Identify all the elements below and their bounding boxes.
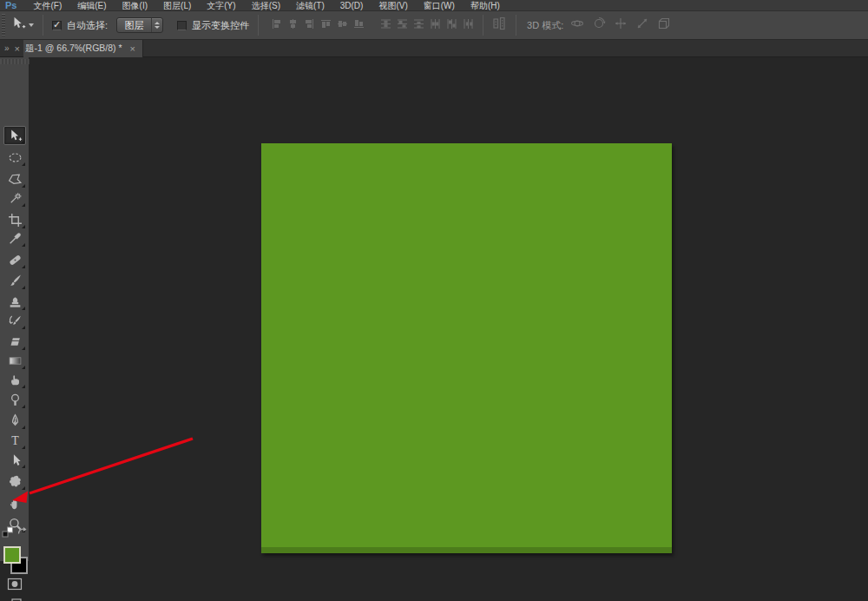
tool-type[interactable]: T [3,431,26,450]
tool-move[interactable] [3,126,26,145]
screen-mode-button[interactable] [6,597,23,601]
swap-colors-icon[interactable] [16,525,29,541]
tool-eraser[interactable] [3,332,26,351]
distribute-top-icon[interactable] [380,17,391,33]
align-vcenter-icon[interactable] [337,17,348,33]
align-bottom-icon[interactable] [353,17,365,33]
tab-bar-close-icon[interactable]: × [15,43,20,54]
tool-hand[interactable] [3,494,26,513]
tool-smudge[interactable] [3,370,26,389]
auto-select-option[interactable]: 自动选择: [52,19,108,32]
auto-select-label: 自动选择: [67,19,108,32]
tool-history-brush[interactable] [3,311,26,330]
distribute-hcenter-icon[interactable] [446,17,457,33]
menu-help[interactable]: 帮助(H) [463,0,508,11]
canvas-bottom-shadow [261,547,672,553]
tool-custom-shape[interactable] [3,472,26,491]
annotation-arrow-line [30,439,193,493]
chevron-down-icon [29,23,34,27]
auto-select-target-dropdown[interactable]: 图层 [116,17,163,33]
spinner-icon [151,18,162,32]
3d-scale-icon[interactable] [657,17,671,34]
menu-type[interactable]: 文字(Y) [199,0,243,11]
mode-3d-label: 3D 模式: [527,19,563,32]
3d-roll-icon[interactable] [592,17,606,34]
tool-eyedropper[interactable] [3,228,26,248]
svg-text:T: T [11,434,19,447]
menu-filter[interactable]: 滤镜(T) [288,0,332,11]
document-tab[interactable]: 题-1 @ 66.7%(RGB/8) * × [23,40,143,57]
document-canvas[interactable] [261,143,672,553]
auto-select-checkbox[interactable] [52,21,62,30]
align-icons-group [271,17,365,33]
menu-layer[interactable]: 图层(L) [155,0,199,11]
distribute-left-icon[interactable] [430,17,441,33]
3d-rotate-icon[interactable] [570,17,584,34]
dropdown-value: 图层 [117,19,151,32]
tool-brush[interactable] [3,271,26,290]
document-tab-bar: » × 题-1 @ 66.7%(RGB/8) * × [0,40,868,57]
menu-image[interactable]: 图像(I) [115,0,155,11]
show-transform-option[interactable]: 显示变换控件 [177,19,249,32]
tools-panel: T [0,57,30,561]
distribute-icons-group [380,17,474,33]
menu-3d[interactable]: 3D(D) [332,0,372,11]
show-transform-checkbox[interactable] [177,21,187,30]
menu-edit[interactable]: 编辑(E) [69,0,114,11]
show-transform-label: 显示变换控件 [192,19,249,32]
tool-elliptical-marquee[interactable] [3,148,26,167]
separator [43,15,43,36]
align-hcenter-icon[interactable] [287,17,299,33]
menu-window[interactable]: 窗口(W) [416,0,463,11]
tool-polygonal-lasso[interactable] [3,169,26,188]
foreground-color-swatch[interactable] [3,546,21,564]
quick-mask-button[interactable] [6,577,23,591]
distribute-bottom-icon[interactable] [413,17,424,33]
tools-panel-grip[interactable] [0,59,30,64]
3d-slide-icon[interactable] [635,17,649,34]
menu-bar: Ps 文件(F) 编辑(E) 图像(I) 图层(L) 文字(Y) 选择(S) 滤… [0,0,868,11]
tool-path-selection[interactable] [3,450,26,469]
tool-dodge[interactable] [3,390,26,409]
document-tab-title: 题-1 @ 66.7%(RGB/8) * [25,43,122,55]
options-bar: 自动选择: 图层 显示变换控件 [0,11,868,40]
tool-crop[interactable] [3,210,26,229]
tool-gradient[interactable] [3,351,26,370]
distribute-right-icon[interactable] [463,17,474,33]
auto-align-layers-icon[interactable] [492,17,507,34]
mode-3d-icons-group [570,17,671,34]
photoshop-logo: Ps [5,0,16,10]
tool-preset-picker[interactable] [10,16,34,35]
distribute-vcenter-icon[interactable] [397,17,408,33]
menu-view[interactable]: 视图(V) [371,0,415,11]
menu-select[interactable]: 选择(S) [244,0,288,11]
align-left-icon[interactable] [271,17,282,33]
default-colors-icon[interactable] [2,526,14,542]
tool-pen[interactable] [3,411,26,430]
menu-file[interactable]: 文件(F) [25,0,69,11]
separator [258,15,259,36]
3d-pan-icon[interactable] [614,17,628,34]
separator [516,15,516,36]
tool-spot-healing-brush[interactable] [3,250,26,269]
photoshop-window: Ps 文件(F) 编辑(E) 图像(I) 图层(L) 文字(Y) 选择(S) 滤… [0,0,868,601]
tool-magic-wand[interactable] [3,188,26,208]
tab-overflow-chevron-icon[interactable]: » [4,43,9,53]
align-top-icon[interactable] [320,17,332,33]
move-tool-icon [10,16,26,35]
tool-clone-stamp[interactable] [3,292,26,311]
tab-close-icon[interactable]: × [130,43,135,54]
options-bar-grip[interactable] [2,14,5,36]
separator [483,15,483,36]
align-right-icon[interactable] [304,17,315,33]
